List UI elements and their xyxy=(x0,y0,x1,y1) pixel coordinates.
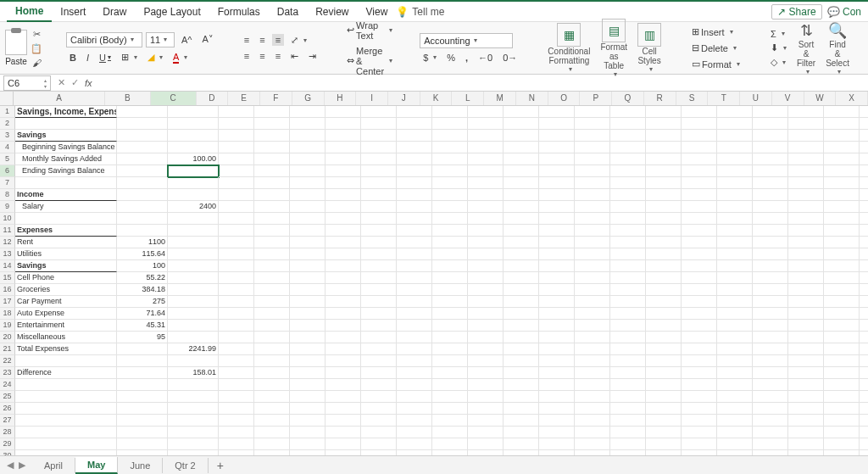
cell-K27[interactable] xyxy=(468,415,504,427)
cell-V1[interactable] xyxy=(860,106,868,118)
cell-S14[interactable] xyxy=(753,260,788,272)
cell-C21[interactable]: 2241.99 xyxy=(168,343,219,355)
cell-C10[interactable] xyxy=(168,213,219,225)
column-header-P[interactable]: P xyxy=(580,92,612,105)
cell-E27[interactable] xyxy=(254,415,290,427)
cell-K2[interactable] xyxy=(468,118,504,130)
cell-L7[interactable] xyxy=(504,177,539,189)
cell-O8[interactable] xyxy=(610,189,646,201)
cell-H23[interactable] xyxy=(361,367,397,379)
cell-N2[interactable] xyxy=(575,118,610,130)
cell-T17[interactable] xyxy=(788,296,824,308)
cell-J2[interactable] xyxy=(432,118,468,130)
cell-E28[interactable] xyxy=(254,427,290,438)
cell-M20[interactable] xyxy=(539,332,575,343)
cell-L19[interactable] xyxy=(504,320,539,332)
cell-B28[interactable] xyxy=(117,427,168,438)
cell-T23[interactable] xyxy=(788,367,824,379)
cell-F22[interactable] xyxy=(290,355,326,367)
cell-R1[interactable] xyxy=(717,106,753,118)
font-size-dropdown[interactable]: 11 xyxy=(146,32,175,47)
cell-N19[interactable] xyxy=(575,320,610,332)
cell-Q16[interactable] xyxy=(682,284,717,296)
cell-Q14[interactable] xyxy=(682,260,717,272)
cell-F12[interactable] xyxy=(290,237,326,248)
cell-R2[interactable] xyxy=(717,118,753,130)
format-cells-button[interactable]: ▭Format xyxy=(688,58,743,70)
tab-data[interactable]: Data xyxy=(269,3,307,21)
cell-L25[interactable] xyxy=(504,391,539,403)
cell-T3[interactable] xyxy=(788,130,824,142)
cell-E24[interactable] xyxy=(254,379,290,391)
cell-L21[interactable] xyxy=(504,343,539,355)
cell-E9[interactable] xyxy=(254,201,290,213)
cell-S7[interactable] xyxy=(753,177,788,189)
cell-V26[interactable] xyxy=(860,403,868,415)
cell-Q8[interactable] xyxy=(682,189,717,201)
cell-I9[interactable] xyxy=(397,201,432,213)
cell-E20[interactable] xyxy=(254,332,290,343)
cell-K25[interactable] xyxy=(468,391,504,403)
cell-Q11[interactable] xyxy=(682,225,717,237)
cell-S23[interactable] xyxy=(753,367,788,379)
decrease-font-button[interactable]: A˅ xyxy=(199,33,217,46)
cell-O14[interactable] xyxy=(610,260,646,272)
cell-J23[interactable] xyxy=(432,367,468,379)
cell-Q22[interactable] xyxy=(682,355,717,367)
cell-H3[interactable] xyxy=(361,130,397,142)
cell-Q25[interactable] xyxy=(682,391,717,403)
cell-D26[interactable] xyxy=(219,403,254,415)
cell-K15[interactable] xyxy=(468,272,504,284)
cell-D17[interactable] xyxy=(219,296,254,308)
cell-U22[interactable] xyxy=(824,355,860,367)
cell-T1[interactable] xyxy=(788,106,824,118)
cell-Q9[interactable] xyxy=(682,201,717,213)
cell-A20[interactable]: Miscellaneous xyxy=(15,332,117,343)
share-button[interactable]: ↗ Share xyxy=(771,4,822,20)
cell-E19[interactable] xyxy=(254,320,290,332)
cell-A23[interactable]: Difference xyxy=(15,367,117,379)
cell-M10[interactable] xyxy=(539,213,575,225)
cell-C8[interactable] xyxy=(168,189,219,201)
cell-B5[interactable] xyxy=(117,153,168,165)
cell-R6[interactable] xyxy=(717,165,753,177)
cell-N3[interactable] xyxy=(575,130,610,142)
row-header-8[interactable]: 8 xyxy=(0,189,15,201)
cell-S13[interactable] xyxy=(753,248,788,260)
sheet-tab-april[interactable]: April xyxy=(32,458,75,473)
cell-A1[interactable]: Savings, Income, Expenses xyxy=(15,106,117,118)
cell-B21[interactable] xyxy=(117,343,168,355)
cell-V15[interactable] xyxy=(860,272,868,284)
row-header-15[interactable]: 15 xyxy=(0,272,15,284)
cell-G25[interactable] xyxy=(326,391,361,403)
row-header-2[interactable]: 2 xyxy=(0,118,15,130)
cell-G18[interactable] xyxy=(326,308,361,320)
cell-P4[interactable] xyxy=(646,142,682,153)
cell-R4[interactable] xyxy=(717,142,753,153)
cell-E16[interactable] xyxy=(254,284,290,296)
cell-V29[interactable] xyxy=(860,438,868,450)
cell-M8[interactable] xyxy=(539,189,575,201)
cell-I11[interactable] xyxy=(397,225,432,237)
column-header-N[interactable]: N xyxy=(516,92,548,105)
cell-A12[interactable]: Rent xyxy=(15,237,117,248)
cell-M17[interactable] xyxy=(539,296,575,308)
cell-V10[interactable] xyxy=(860,213,868,225)
cell-R21[interactable] xyxy=(717,343,753,355)
cell-V27[interactable] xyxy=(860,415,868,427)
cell-U25[interactable] xyxy=(824,391,860,403)
cell-P13[interactable] xyxy=(646,248,682,260)
row-header-9[interactable]: 9 xyxy=(0,201,15,213)
cell-P18[interactable] xyxy=(646,308,682,320)
cell-P29[interactable] xyxy=(646,438,682,450)
cell-K18[interactable] xyxy=(468,308,504,320)
cell-O15[interactable] xyxy=(610,272,646,284)
cell-P22[interactable] xyxy=(646,355,682,367)
cell-V2[interactable] xyxy=(860,118,868,130)
cell-D22[interactable] xyxy=(219,355,254,367)
cell-M12[interactable] xyxy=(539,237,575,248)
cell-V22[interactable] xyxy=(860,355,868,367)
row-header-11[interactable]: 11 xyxy=(0,225,15,237)
cell-R15[interactable] xyxy=(717,272,753,284)
cell-O17[interactable] xyxy=(610,296,646,308)
